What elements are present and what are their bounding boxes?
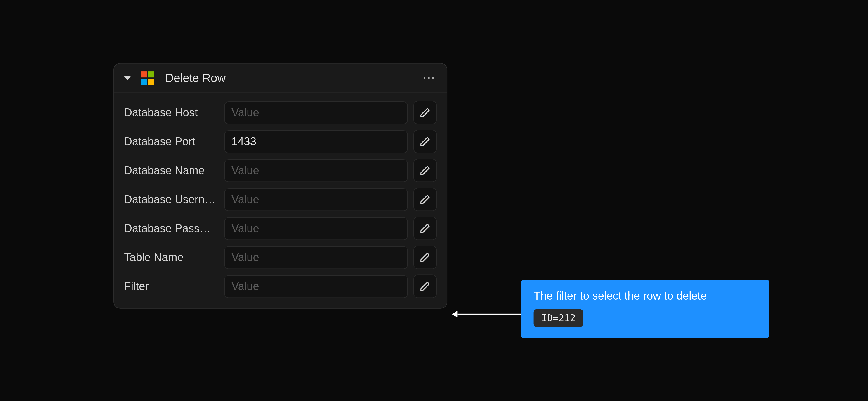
edit-database-username-button[interactable] (413, 188, 437, 211)
database-host-input[interactable] (224, 101, 408, 124)
callout-title: The filter to select the row to delete (534, 290, 757, 303)
filter-hint-callout: The filter to select the row to delete I… (521, 280, 769, 338)
pencil-icon (420, 223, 431, 234)
panel-title: Delete Row (165, 71, 422, 85)
pencil-icon (420, 252, 431, 263)
edit-database-password-button[interactable] (413, 217, 437, 240)
pencil-icon (420, 165, 431, 176)
field-label: Filter (124, 280, 219, 293)
table-name-input[interactable] (224, 246, 408, 269)
database-password-input[interactable] (224, 217, 408, 240)
field-label: Database Name (124, 164, 219, 177)
pencil-icon (420, 107, 431, 118)
microsoft-icon (141, 71, 154, 85)
pencil-icon (420, 194, 431, 205)
callout-arrow-head-icon (452, 311, 458, 318)
collapse-caret-icon[interactable] (124, 76, 131, 80)
field-label: Database Username (124, 193, 219, 206)
field-row-database-password: Database Password (124, 217, 437, 240)
more-options-button[interactable]: ··· (422, 73, 437, 83)
callout-arrow-line (457, 314, 521, 315)
callout-example-code: ID=212 (534, 309, 583, 327)
database-name-input[interactable] (224, 159, 408, 182)
pencil-icon (420, 281, 431, 292)
pencil-icon (420, 136, 431, 147)
filter-input[interactable] (224, 275, 408, 298)
field-row-table-name: Table Name (124, 246, 437, 269)
edit-table-name-button[interactable] (413, 246, 437, 269)
panel-body: Database HostDatabase PortDatabase NameD… (114, 93, 447, 308)
field-row-database-host: Database Host (124, 101, 437, 124)
edit-database-host-button[interactable] (413, 101, 437, 124)
edit-filter-button[interactable] (413, 275, 437, 298)
delete-row-panel: Delete Row ··· Database HostDatabase Por… (114, 63, 447, 309)
database-port-input[interactable] (224, 130, 408, 153)
field-label: Database Port (124, 135, 219, 148)
field-row-filter: Filter (124, 275, 437, 298)
panel-header: Delete Row ··· (114, 64, 447, 93)
edit-database-name-button[interactable] (413, 159, 437, 182)
field-label: Database Password (124, 222, 219, 235)
field-label: Database Host (124, 106, 219, 119)
field-row-database-port: Database Port (124, 130, 437, 153)
field-label: Table Name (124, 251, 219, 264)
edit-database-port-button[interactable] (413, 130, 437, 153)
field-row-database-name: Database Name (124, 159, 437, 182)
database-username-input[interactable] (224, 188, 408, 211)
field-row-database-username: Database Username (124, 188, 437, 211)
